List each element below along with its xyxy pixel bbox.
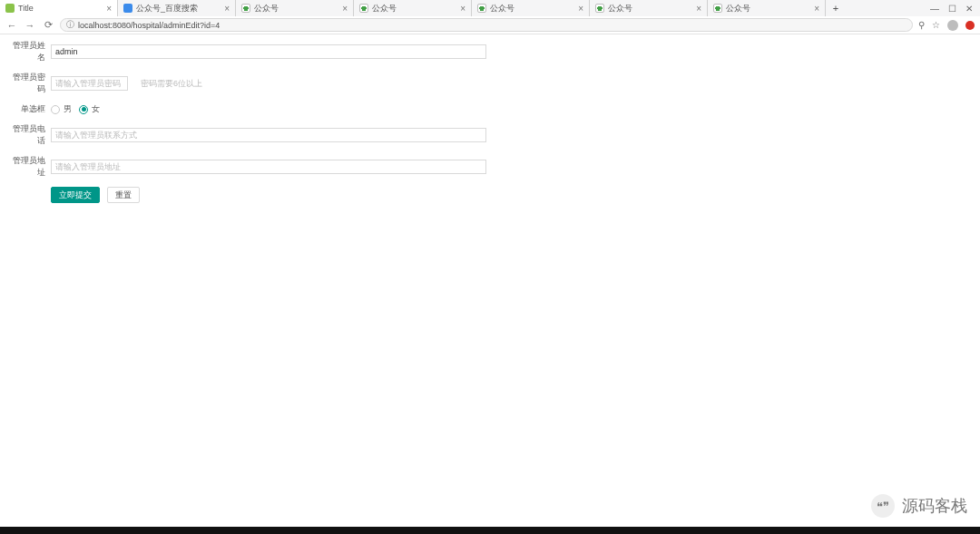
close-icon[interactable]: × bbox=[578, 4, 583, 14]
label-address: 管理员地址 bbox=[9, 155, 45, 179]
tab[interactable]: 公众号_百度搜索× bbox=[118, 0, 236, 16]
address-field[interactable] bbox=[51, 160, 486, 174]
tab-title: 公众号 bbox=[490, 3, 574, 15]
close-icon[interactable]: × bbox=[460, 4, 466, 14]
favicon-icon bbox=[595, 4, 604, 13]
label-password: 管理员密码 bbox=[9, 72, 45, 95]
window-controls: — ☐ ✕ bbox=[923, 4, 980, 14]
radio-option[interactable]: 男 bbox=[51, 103, 72, 115]
label-phone: 管理员电话 bbox=[9, 123, 45, 147]
admin-edit-form: 管理员姓名 管理员密码 密码需要6位以上 单选框 男女 管理员电话 管理员地址 bbox=[9, 40, 971, 203]
close-icon[interactable]: × bbox=[696, 4, 701, 14]
password-hint: 密码需要6位以上 bbox=[141, 78, 202, 90]
row-password: 管理员密码 密码需要6位以上 bbox=[9, 72, 971, 95]
profile-avatar-icon[interactable] bbox=[947, 20, 958, 31]
tab[interactable]: 公众号× bbox=[472, 0, 590, 16]
tab[interactable]: 公众号× bbox=[354, 0, 472, 16]
watermark-text: 源码客栈 bbox=[902, 495, 967, 517]
tab-title: 公众号 bbox=[372, 3, 456, 15]
favicon-icon bbox=[5, 4, 15, 13]
tab-title: 公众号_百度搜索 bbox=[136, 3, 220, 15]
nav-bar: ← → ⟳ ⓘ localhost:8080/hospital/adminEdi… bbox=[0, 16, 980, 34]
favicon-icon bbox=[123, 4, 132, 13]
radio-icon bbox=[51, 105, 60, 114]
name-field[interactable] bbox=[51, 44, 486, 59]
browser-chrome: Title×公众号_百度搜索×公众号×公众号×公众号×公众号×公众号×+ — ☐… bbox=[0, 0, 980, 34]
favicon-icon bbox=[359, 4, 368, 13]
tab[interactable]: 公众号× bbox=[236, 0, 354, 16]
nav-reload-icon[interactable]: ⟳ bbox=[42, 19, 54, 31]
favicon-icon bbox=[241, 4, 250, 13]
tab[interactable]: Title× bbox=[0, 0, 118, 16]
close-icon[interactable]: × bbox=[814, 4, 819, 14]
nav-back-icon[interactable]: ← bbox=[5, 20, 18, 31]
radio-label: 男 bbox=[64, 103, 72, 115]
reset-button[interactable]: 重置 bbox=[107, 187, 140, 203]
extension-icon[interactable] bbox=[965, 21, 975, 30]
star-icon[interactable]: ☆ bbox=[932, 20, 940, 30]
row-gender: 单选框 男女 bbox=[9, 103, 971, 115]
tab-title: 公众号 bbox=[254, 3, 338, 15]
url-text: localhost:8080/hospital/adminEdit?id=4 bbox=[78, 21, 220, 30]
label-name: 管理员姓名 bbox=[9, 40, 45, 63]
favicon-icon bbox=[477, 4, 486, 13]
window-maximize[interactable]: ☐ bbox=[948, 4, 956, 14]
address-bar[interactable]: ⓘ localhost:8080/hospital/adminEdit?id=4 bbox=[60, 18, 913, 32]
label-gender: 单选框 bbox=[9, 103, 45, 115]
tab-title: 公众号 bbox=[726, 3, 810, 15]
search-icon[interactable]: ⚲ bbox=[918, 20, 925, 30]
watermark: ❝❞ 源码客栈 bbox=[871, 494, 967, 518]
radio-label: 女 bbox=[92, 103, 100, 115]
row-name: 管理员姓名 bbox=[9, 40, 971, 63]
tab[interactable]: 公众号× bbox=[590, 0, 708, 16]
radio-option[interactable]: 女 bbox=[79, 103, 100, 115]
tab-title: 公众号 bbox=[608, 3, 692, 15]
close-icon[interactable]: × bbox=[342, 4, 348, 14]
tab-title: Title bbox=[18, 4, 103, 13]
window-close[interactable]: ✕ bbox=[965, 4, 973, 14]
new-tab-button[interactable]: + bbox=[826, 3, 846, 14]
close-icon[interactable]: × bbox=[106, 4, 112, 14]
submit-button[interactable]: 立即提交 bbox=[51, 187, 100, 203]
password-field[interactable] bbox=[51, 76, 128, 91]
page-content: 管理员姓名 管理员密码 密码需要6位以上 单选框 男女 管理员电话 管理员地址 bbox=[0, 34, 980, 527]
wechat-icon: ❝❞ bbox=[871, 494, 895, 518]
phone-field[interactable] bbox=[51, 128, 486, 142]
radio-icon bbox=[79, 105, 88, 114]
window-minimize[interactable]: — bbox=[930, 4, 939, 14]
row-address: 管理员地址 bbox=[9, 155, 971, 179]
row-actions: 立即提交 重置 bbox=[9, 187, 971, 203]
taskbar bbox=[0, 527, 980, 534]
close-icon[interactable]: × bbox=[224, 4, 230, 14]
nav-forward-icon[interactable]: → bbox=[24, 20, 36, 31]
favicon-icon bbox=[713, 4, 722, 13]
tab-bar: Title×公众号_百度搜索×公众号×公众号×公众号×公众号×公众号×+ — ☐… bbox=[0, 0, 980, 16]
tab[interactable]: 公众号× bbox=[708, 0, 826, 16]
row-phone: 管理员电话 bbox=[9, 123, 971, 147]
info-icon: ⓘ bbox=[66, 19, 74, 31]
